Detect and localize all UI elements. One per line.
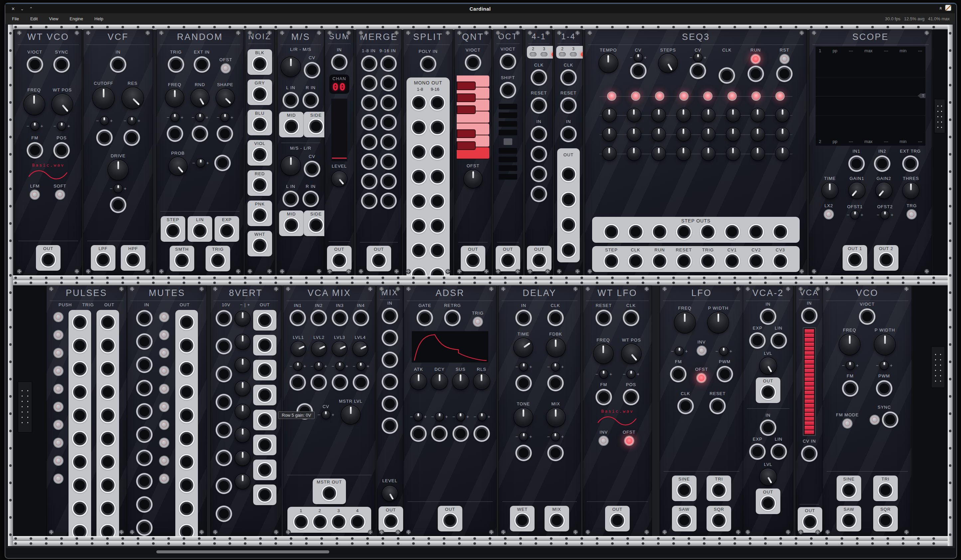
port-jack[interactable] bbox=[363, 57, 376, 70]
out-output[interactable]: OUT bbox=[36, 245, 61, 271]
saw-output[interactable]: SAW bbox=[672, 506, 697, 531]
lvl2-knob[interactable] bbox=[312, 342, 326, 356]
2-jack[interactable] bbox=[313, 515, 327, 528]
out-jack[interactable] bbox=[333, 254, 346, 267]
octave-slot[interactable] bbox=[499, 174, 517, 180]
port-jack[interactable] bbox=[382, 116, 395, 129]
l-in-jack[interactable] bbox=[284, 93, 297, 107]
soft-button[interactable] bbox=[56, 190, 64, 199]
strip-port-jack[interactable] bbox=[73, 432, 87, 445]
shape-knob[interactable] bbox=[216, 89, 234, 107]
reset-jack[interactable] bbox=[597, 311, 611, 324]
trig-button[interactable] bbox=[473, 317, 482, 326]
trim-knob[interactable] bbox=[100, 117, 108, 125]
strip-port-jack[interactable] bbox=[101, 316, 114, 329]
lin-jack[interactable] bbox=[772, 445, 785, 458]
step-knob[interactable] bbox=[751, 128, 764, 141]
in-jack[interactable] bbox=[532, 127, 546, 141]
run-jack[interactable] bbox=[653, 254, 666, 268]
out-output[interactable]: OUT bbox=[756, 377, 780, 403]
strip-port-jack[interactable] bbox=[180, 362, 193, 375]
trim-knob[interactable] bbox=[519, 433, 527, 441]
trim-knob[interactable] bbox=[128, 117, 136, 125]
input-jack[interactable] bbox=[383, 375, 397, 388]
mono-out-jack[interactable] bbox=[431, 170, 444, 183]
trim-knob[interactable] bbox=[675, 347, 683, 355]
step-knob[interactable] bbox=[702, 128, 715, 141]
mono-out-jack[interactable] bbox=[412, 170, 426, 183]
port-jack[interactable] bbox=[475, 427, 488, 440]
port-jack[interactable] bbox=[517, 446, 530, 460]
trim-knob[interactable] bbox=[634, 53, 642, 61]
step-led[interactable] bbox=[728, 93, 736, 100]
step-out-jack[interactable] bbox=[701, 225, 715, 238]
pos-jack[interactable] bbox=[55, 144, 68, 157]
knob-knob[interactable] bbox=[281, 156, 301, 175]
mono-out-jack[interactable] bbox=[431, 121, 444, 134]
ofst-knob[interactable] bbox=[464, 170, 482, 188]
input-jack[interactable] bbox=[217, 367, 230, 381]
wt-pos-knob[interactable] bbox=[52, 94, 72, 115]
port-jack[interactable] bbox=[778, 67, 791, 80]
port-jack[interactable] bbox=[382, 155, 395, 168]
input-jack[interactable] bbox=[217, 423, 230, 436]
step-knob[interactable] bbox=[776, 108, 789, 122]
reset-jack[interactable] bbox=[711, 400, 724, 413]
pnk-output[interactable]: PNK bbox=[247, 201, 272, 226]
atk-knob[interactable] bbox=[410, 374, 426, 389]
octave-slot[interactable] bbox=[499, 148, 517, 154]
exp-jack[interactable] bbox=[751, 445, 764, 458]
trig-output[interactable]: TRIG bbox=[206, 246, 230, 271]
gain-knob[interactable] bbox=[235, 381, 250, 396]
tri-output[interactable]: TRI bbox=[707, 475, 731, 501]
smth-jack[interactable] bbox=[175, 254, 189, 267]
port-jack[interactable] bbox=[363, 77, 376, 90]
input-jack[interactable] bbox=[217, 451, 230, 465]
sine-jack[interactable] bbox=[842, 483, 855, 497]
push-button[interactable] bbox=[160, 366, 169, 375]
port-jack[interactable] bbox=[333, 376, 347, 389]
menu-help[interactable]: Help bbox=[95, 16, 103, 21]
trim-knob[interactable] bbox=[551, 363, 559, 371]
input-jack[interactable] bbox=[383, 309, 397, 323]
step-knob[interactable] bbox=[726, 108, 740, 122]
clk-jack[interactable] bbox=[549, 311, 562, 324]
port-jack[interactable] bbox=[884, 413, 897, 426]
wht-output[interactable]: WHT bbox=[247, 231, 272, 257]
port-jack[interactable] bbox=[125, 131, 138, 144]
strip-port-jack[interactable] bbox=[562, 193, 575, 206]
push-button[interactable] bbox=[160, 384, 169, 393]
input-jack[interactable] bbox=[383, 331, 397, 345]
lvl-knob[interactable] bbox=[760, 358, 776, 374]
trim-knob[interactable] bbox=[315, 362, 323, 370]
lpf-output[interactable]: LPF bbox=[91, 245, 116, 271]
port-jack[interactable] bbox=[532, 187, 546, 201]
p-width-knob[interactable] bbox=[708, 312, 728, 333]
strip-port-jack[interactable] bbox=[180, 455, 193, 469]
step-knob[interactable] bbox=[603, 147, 616, 160]
trim-knob[interactable] bbox=[114, 185, 122, 193]
cv-jack[interactable] bbox=[305, 162, 319, 176]
out-jack[interactable] bbox=[384, 514, 397, 528]
input-jack[interactable] bbox=[217, 507, 230, 520]
strip-port-jack[interactable] bbox=[180, 432, 193, 445]
mono-out-jack[interactable] bbox=[412, 96, 426, 109]
push-button[interactable] bbox=[54, 456, 63, 465]
strip-port-jack[interactable] bbox=[180, 502, 193, 515]
selector-led[interactable] bbox=[581, 52, 583, 56]
port-jack[interactable] bbox=[111, 198, 125, 212]
poly-in-jack[interactable] bbox=[421, 57, 435, 71]
sync-jack[interactable] bbox=[55, 58, 68, 71]
selector-led[interactable] bbox=[530, 52, 537, 56]
push-button[interactable] bbox=[160, 313, 169, 322]
out-output[interactable]: OUT bbox=[798, 507, 822, 533]
port-jack[interactable] bbox=[382, 96, 395, 109]
port-jack[interactable] bbox=[218, 127, 231, 140]
input-jack[interactable] bbox=[138, 358, 151, 371]
gain-knob[interactable] bbox=[235, 428, 250, 442]
in-jack[interactable] bbox=[803, 309, 816, 322]
reset-jack[interactable] bbox=[562, 99, 575, 112]
menu-edit[interactable]: Edit bbox=[30, 16, 38, 21]
mono-out-jack[interactable] bbox=[412, 121, 426, 134]
step-knob[interactable] bbox=[627, 128, 641, 141]
